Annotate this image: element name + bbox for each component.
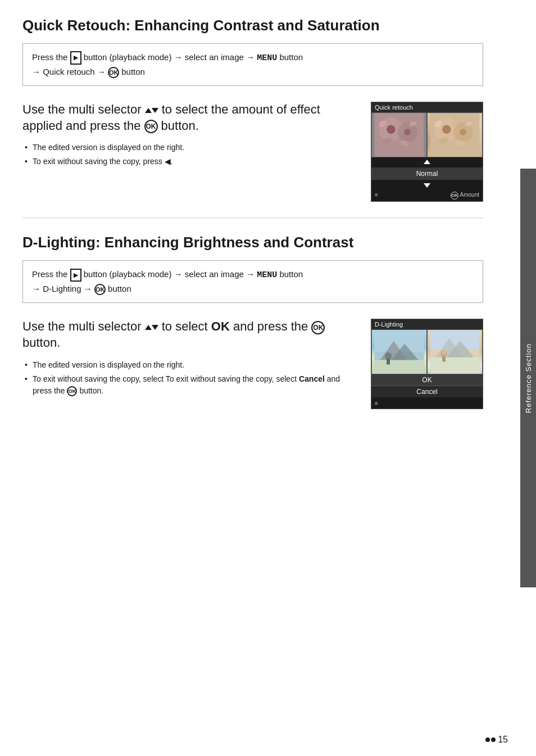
svg-rect-24 xyxy=(375,360,424,374)
cancel-bold: Cancel xyxy=(299,374,325,383)
instruction-line1: Press the ▶ button (playback mode) → sel… xyxy=(32,51,474,65)
quick-retouch-bullets: The edited version is displayed on the r… xyxy=(25,142,354,168)
dl-instruction-line2: → D-Lighting → OK button xyxy=(32,282,474,296)
camera-controls-qr-down xyxy=(371,180,483,190)
d-lighting-section: D-Lighting: Enhancing Brightness and Con… xyxy=(22,234,483,409)
dl-menu-label: MENU xyxy=(257,270,277,280)
d-lighting-camera-screen: D-Lighting xyxy=(371,319,483,409)
svg-rect-33 xyxy=(442,356,446,362)
quick-retouch-instruction-box: Press the ▶ button (playback mode) → sel… xyxy=(22,43,483,86)
quick-retouch-section: Quick Retouch: Enhancing Contrast and Sa… xyxy=(22,17,483,202)
svg-rect-26 xyxy=(387,359,390,365)
bullet-dot-1 xyxy=(485,737,490,742)
d-lighting-bullets: The edited version is displayed on the r… xyxy=(25,359,354,397)
ok-circle-heading: OK xyxy=(144,120,158,133)
dl-triangle-up-icon xyxy=(145,325,152,330)
dl-bullet-item-1: The edited version is displayed on the r… xyxy=(25,359,354,371)
svg-point-3 xyxy=(387,125,396,134)
triangle-down-icon xyxy=(152,108,158,113)
dl-triangle-down-icon xyxy=(152,325,158,330)
dl-camera-images xyxy=(371,329,483,374)
svg-point-14 xyxy=(460,129,466,135)
dl-svg-after xyxy=(428,330,482,374)
dl-arrow-text: → D-Lighting → xyxy=(32,284,94,293)
page-dot-icon xyxy=(485,737,496,742)
camera-images-qr xyxy=(371,112,483,157)
camera-amount-label: OK Amount xyxy=(451,192,479,200)
d-lighting-title: D-Lighting: Enhancing Brightness and Con… xyxy=(22,234,483,251)
dl-menu-icon: ≡ xyxy=(375,400,378,406)
quick-retouch-content-row: Use the multi selector to select the amo… xyxy=(22,102,483,202)
page-content: Quick Retouch: Enhancing Contrast and Sa… xyxy=(0,0,506,443)
svg-rect-31 xyxy=(430,357,480,374)
reference-sidebar-label: Reference Section xyxy=(524,343,533,413)
dl-ok-circle: OK xyxy=(94,284,106,295)
dl-playback-icon: ▶ xyxy=(70,269,81,282)
instruction-mid2: button xyxy=(279,52,303,62)
camera-img-after xyxy=(427,112,483,157)
bullet-item-1: The edited version is displayed on the r… xyxy=(25,142,354,153)
dl-camera-header: D-Lighting xyxy=(371,319,483,329)
playback-icon: ▶ xyxy=(70,51,81,65)
flower-svg-after xyxy=(428,113,482,157)
svg-point-25 xyxy=(385,352,392,360)
quick-retouch-heading: Use the multi selector to select the amo… xyxy=(22,102,354,134)
dl-bullet-item-2: To exit without saving the copy, select … xyxy=(25,373,354,397)
bullet-item-2: To exit without saving the copy, press ◀… xyxy=(25,156,354,168)
dl-cancel-label: Cancel xyxy=(416,388,437,396)
dl-camera-img-before xyxy=(371,329,427,374)
reference-sidebar-container: Reference Section xyxy=(520,169,536,587)
quick-retouch-title: Quick Retouch: Enhancing Contrast and Sa… xyxy=(22,17,483,34)
bullet-dot-2 xyxy=(491,737,496,742)
dl-bullet2-start-text: To exit without saving the copy, select xyxy=(166,374,299,383)
dl-instruction-mid2: button xyxy=(279,269,303,279)
svg-point-4 xyxy=(404,129,411,135)
dl-instruction-mid1: button (playback mode) → select an image… xyxy=(84,269,257,279)
dl-ok-circle-heading: OK xyxy=(311,321,325,334)
arrow-qr: → Quick retouch → xyxy=(32,67,108,76)
dl-bullet2-final: button. xyxy=(79,386,103,395)
camera-ok-icon-qr: OK xyxy=(451,192,458,200)
page-number-text: 15 xyxy=(498,735,508,745)
dl-camera-img-after xyxy=(427,329,483,374)
instruction-line2: → Quick retouch → OK button xyxy=(32,65,474,79)
page-number-area: 15 xyxy=(485,735,508,745)
button-text-qr: button xyxy=(121,67,145,76)
quick-retouch-text: Use the multi selector to select the amo… xyxy=(22,102,354,170)
menu-label-1: MENU xyxy=(257,53,277,63)
d-lighting-heading: Use the multi selector to select OK and … xyxy=(22,319,354,351)
instruction-mid1: button (playback mode) → select an image… xyxy=(84,52,257,62)
ok-circle-qr: OK xyxy=(108,67,119,78)
dl-ok-circle-bullet: OK xyxy=(67,386,77,396)
press-text: Press the xyxy=(32,52,70,62)
dl-button-text: button xyxy=(108,284,131,293)
dl-svg-before xyxy=(372,330,426,374)
camera-img-before xyxy=(371,112,427,157)
flower-svg-before xyxy=(372,113,426,157)
dl-ok-row: OK xyxy=(371,374,483,386)
camera-up-arrow xyxy=(424,160,430,164)
d-lighting-instruction-box: Press the ▶ button (playback mode) → sel… xyxy=(22,260,483,303)
svg-point-34 xyxy=(442,350,446,354)
quick-retouch-camera-screen: Quick retouch xyxy=(371,102,483,202)
dl-press-text: Press the xyxy=(32,269,70,279)
camera-screen-header-qr: Quick retouch xyxy=(371,102,483,112)
dl-cancel-row: Cancel xyxy=(371,386,483,397)
camera-controls-qr xyxy=(371,157,483,168)
d-lighting-content-row: Use the multi selector to select OK and … xyxy=(22,319,483,409)
camera-normal-label: Normal xyxy=(371,168,483,180)
ok-bold-text: OK xyxy=(211,319,230,333)
svg-point-13 xyxy=(442,125,451,134)
camera-menu-icon: ≡ xyxy=(375,192,378,200)
camera-down-arrow xyxy=(424,183,430,188)
dl-camera-bottom: ≡ xyxy=(371,397,483,409)
dl-instruction-line1: Press the ▶ button (playback mode) → sel… xyxy=(32,268,474,282)
triangle-up-icon xyxy=(145,108,152,113)
camera-bottom-qr: ≡ OK Amount xyxy=(371,190,483,201)
section-divider-1 xyxy=(22,218,483,218)
d-lighting-text: Use the multi selector to select OK and … xyxy=(22,319,354,399)
camera-amount-text: Amount xyxy=(460,192,479,198)
dl-bullet2-start: To exit without saving the copy, select xyxy=(33,374,163,383)
